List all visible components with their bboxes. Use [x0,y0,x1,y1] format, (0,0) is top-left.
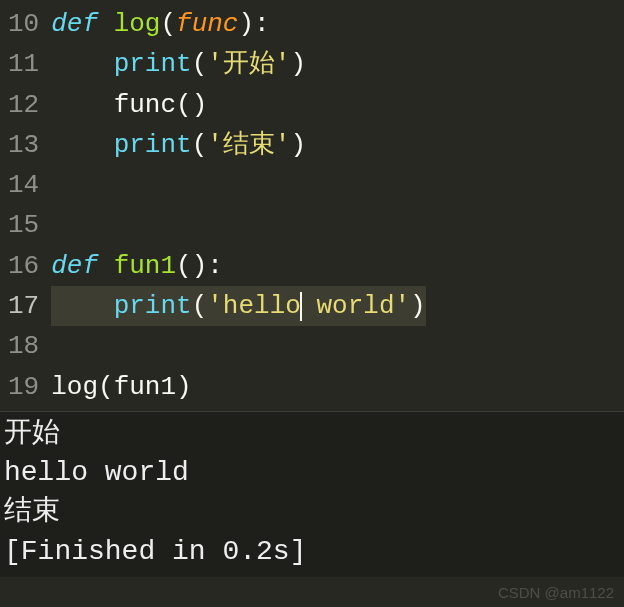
code-token: ): [238,9,269,39]
code-area[interactable]: def log(func): print('开始') func() print(… [51,0,426,411]
code-token: fun1 [114,251,176,281]
code-token: def [51,9,98,39]
watermark-text: CSDN @am1122 [498,584,614,601]
code-token: func [176,9,238,39]
code-token [51,291,113,321]
line-number: 19 [8,367,39,407]
line-number: 16 [8,246,39,286]
code-line[interactable]: print('hello world') [51,286,426,326]
code-token: ( [160,9,176,39]
code-token: print [114,49,192,79]
line-number: 13 [8,125,39,165]
code-token: print [114,130,192,160]
code-token: '开始' [207,49,290,79]
code-token: () [176,90,207,120]
code-line[interactable]: log(fun1) [51,367,426,407]
line-number-gutter: 10111213141516171819 [0,0,51,411]
code-line[interactable] [51,165,426,205]
code-line[interactable]: def log(func): [51,4,426,44]
code-token: def [51,251,98,281]
code-line[interactable]: print('结束') [51,125,426,165]
code-token: fun1 [114,372,176,402]
code-token: ) [410,291,426,321]
code-token: log [114,9,161,39]
code-editor[interactable]: 10111213141516171819 def log(func): prin… [0,0,624,411]
code-token: ) [290,49,306,79]
code-token: ( [98,372,114,402]
code-token [51,130,113,160]
code-token: (): [176,251,223,281]
code-token: ) [176,372,192,402]
code-line[interactable]: func() [51,85,426,125]
code-line[interactable]: print('开始') [51,44,426,84]
code-token: world' [301,291,410,321]
code-token: '结束' [207,130,290,160]
code-token [98,251,114,281]
code-token: 'hello [207,291,301,321]
code-token: ) [290,130,306,160]
line-number: 15 [8,205,39,245]
code-line[interactable]: def fun1(): [51,246,426,286]
line-number: 10 [8,4,39,44]
code-token [98,9,114,39]
code-token [51,90,113,120]
code-line[interactable] [51,205,426,245]
line-number: 11 [8,44,39,84]
code-token: log [51,372,98,402]
code-token: ( [192,291,208,321]
line-number: 12 [8,85,39,125]
code-token [51,49,113,79]
code-token: func [114,90,176,120]
line-number: 14 [8,165,39,205]
code-token: ( [192,130,208,160]
code-line[interactable] [51,326,426,366]
line-number: 18 [8,326,39,366]
line-number: 17 [8,286,39,326]
build-output-panel: 开始 hello world 结束 [Finished in 0.2s] [0,411,624,577]
code-token: ( [192,49,208,79]
code-token: print [114,291,192,321]
